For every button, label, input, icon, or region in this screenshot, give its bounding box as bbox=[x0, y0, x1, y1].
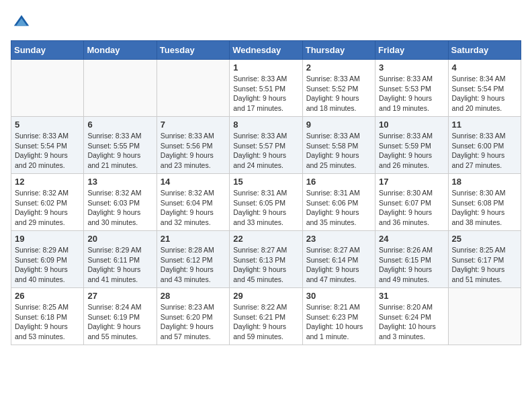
calendar-cell: 18Sunrise: 8:30 AM Sunset: 6:08 PM Dayli… bbox=[448, 174, 521, 231]
day-info: Sunrise: 8:33 AM Sunset: 5:52 PM Dayligh… bbox=[306, 74, 371, 113]
calendar-cell bbox=[11, 60, 84, 117]
day-number: 19 bbox=[15, 234, 80, 244]
calendar-cell: 29Sunrise: 8:22 AM Sunset: 6:21 PM Dayli… bbox=[230, 288, 302, 345]
day-info: Sunrise: 8:33 AM Sunset: 6:00 PM Dayligh… bbox=[452, 131, 517, 171]
calendar-cell: 10Sunrise: 8:33 AM Sunset: 5:59 PM Dayli… bbox=[375, 117, 448, 174]
day-info: Sunrise: 8:33 AM Sunset: 5:53 PM Dayligh… bbox=[379, 74, 444, 113]
calendar-cell: 28Sunrise: 8:23 AM Sunset: 6:20 PM Dayli… bbox=[157, 288, 229, 345]
week-row-5: 26Sunrise: 8:25 AM Sunset: 6:18 PM Dayli… bbox=[11, 288, 521, 345]
calendar-cell: 14Sunrise: 8:32 AM Sunset: 6:04 PM Dayli… bbox=[157, 174, 229, 231]
calendar-cell: 27Sunrise: 8:24 AM Sunset: 6:19 PM Dayli… bbox=[84, 288, 157, 345]
day-number: 29 bbox=[233, 291, 298, 301]
calendar-cell: 25Sunrise: 8:25 AM Sunset: 6:17 PM Dayli… bbox=[448, 231, 521, 288]
day-number: 30 bbox=[306, 291, 371, 301]
calendar-cell: 31Sunrise: 8:20 AM Sunset: 6:24 PM Dayli… bbox=[375, 288, 448, 345]
calendar-cell: 9Sunrise: 8:33 AM Sunset: 5:58 PM Daylig… bbox=[302, 117, 375, 174]
day-info: Sunrise: 8:23 AM Sunset: 6:20 PM Dayligh… bbox=[161, 302, 226, 342]
day-header-sunday: Sunday bbox=[11, 41, 84, 60]
day-info: Sunrise: 8:29 AM Sunset: 6:11 PM Dayligh… bbox=[87, 245, 152, 285]
day-info: Sunrise: 8:30 AM Sunset: 6:08 PM Dayligh… bbox=[452, 188, 517, 228]
day-number: 11 bbox=[452, 120, 517, 130]
day-info: Sunrise: 8:26 AM Sunset: 6:15 PM Dayligh… bbox=[379, 245, 444, 285]
calendar-cell: 15Sunrise: 8:31 AM Sunset: 6:05 PM Dayli… bbox=[230, 174, 302, 231]
day-info: Sunrise: 8:31 AM Sunset: 6:05 PM Dayligh… bbox=[233, 188, 298, 228]
calendar-cell: 5Sunrise: 8:33 AM Sunset: 5:54 PM Daylig… bbox=[11, 117, 84, 174]
day-info: Sunrise: 8:33 AM Sunset: 5:54 PM Dayligh… bbox=[15, 131, 80, 171]
calendar-cell bbox=[84, 60, 157, 117]
calendar-cell: 16Sunrise: 8:31 AM Sunset: 6:06 PM Dayli… bbox=[302, 174, 375, 231]
day-info: Sunrise: 8:32 AM Sunset: 6:02 PM Dayligh… bbox=[15, 188, 80, 228]
calendar-cell bbox=[448, 288, 521, 345]
day-number: 14 bbox=[161, 177, 226, 187]
calendar-cell: 4Sunrise: 8:34 AM Sunset: 5:54 PM Daylig… bbox=[448, 60, 521, 117]
day-number: 15 bbox=[233, 177, 298, 187]
week-row-3: 12Sunrise: 8:32 AM Sunset: 6:02 PM Dayli… bbox=[11, 174, 521, 231]
day-info: Sunrise: 8:33 AM Sunset: 5:57 PM Dayligh… bbox=[233, 131, 298, 171]
day-info: Sunrise: 8:25 AM Sunset: 6:17 PM Dayligh… bbox=[452, 245, 517, 285]
week-row-1: 1Sunrise: 8:33 AM Sunset: 5:51 PM Daylig… bbox=[11, 60, 521, 117]
day-info: Sunrise: 8:33 AM Sunset: 5:59 PM Dayligh… bbox=[379, 131, 444, 171]
day-number: 20 bbox=[87, 234, 152, 244]
header bbox=[11, 11, 521, 32]
day-number: 18 bbox=[452, 177, 517, 187]
logo-icon bbox=[11, 11, 32, 32]
day-number: 10 bbox=[379, 120, 444, 130]
calendar-cell: 22Sunrise: 8:27 AM Sunset: 6:13 PM Dayli… bbox=[230, 231, 302, 288]
day-number: 9 bbox=[306, 120, 371, 130]
day-number: 6 bbox=[87, 120, 152, 130]
day-number: 4 bbox=[452, 62, 517, 73]
calendar: SundayMondayTuesdayWednesdayThursdayFrid… bbox=[11, 40, 521, 345]
day-info: Sunrise: 8:25 AM Sunset: 6:18 PM Dayligh… bbox=[15, 302, 80, 342]
calendar-cell: 13Sunrise: 8:32 AM Sunset: 6:03 PM Dayli… bbox=[84, 174, 157, 231]
day-header-tuesday: Tuesday bbox=[157, 41, 229, 60]
day-number: 26 bbox=[15, 291, 80, 301]
calendar-cell: 17Sunrise: 8:30 AM Sunset: 6:07 PM Dayli… bbox=[375, 174, 448, 231]
calendar-cell: 20Sunrise: 8:29 AM Sunset: 6:11 PM Dayli… bbox=[84, 231, 157, 288]
day-number: 2 bbox=[306, 62, 371, 73]
day-header-wednesday: Wednesday bbox=[230, 41, 302, 60]
day-header-saturday: Saturday bbox=[448, 41, 521, 60]
day-number: 24 bbox=[379, 234, 444, 244]
day-info: Sunrise: 8:31 AM Sunset: 6:06 PM Dayligh… bbox=[306, 188, 371, 228]
day-info: Sunrise: 8:29 AM Sunset: 6:09 PM Dayligh… bbox=[15, 245, 80, 285]
day-info: Sunrise: 8:27 AM Sunset: 6:13 PM Dayligh… bbox=[233, 245, 298, 285]
calendar-cell: 6Sunrise: 8:33 AM Sunset: 5:55 PM Daylig… bbox=[84, 117, 157, 174]
day-number: 23 bbox=[306, 234, 371, 244]
day-info: Sunrise: 8:20 AM Sunset: 6:24 PM Dayligh… bbox=[379, 302, 444, 342]
day-info: Sunrise: 8:28 AM Sunset: 6:12 PM Dayligh… bbox=[161, 245, 226, 285]
day-info: Sunrise: 8:32 AM Sunset: 6:03 PM Dayligh… bbox=[87, 188, 152, 228]
week-row-2: 5Sunrise: 8:33 AM Sunset: 5:54 PM Daylig… bbox=[11, 117, 521, 174]
calendar-cell: 8Sunrise: 8:33 AM Sunset: 5:57 PM Daylig… bbox=[230, 117, 302, 174]
page: SundayMondayTuesdayWednesdayThursdayFrid… bbox=[0, 0, 532, 356]
day-number: 16 bbox=[306, 177, 371, 187]
day-number: 25 bbox=[452, 234, 517, 244]
calendar-cell: 19Sunrise: 8:29 AM Sunset: 6:09 PM Dayli… bbox=[11, 231, 84, 288]
day-number: 21 bbox=[161, 234, 226, 244]
day-header-monday: Monday bbox=[84, 41, 157, 60]
day-info: Sunrise: 8:30 AM Sunset: 6:07 PM Dayligh… bbox=[379, 188, 444, 228]
day-number: 1 bbox=[233, 62, 298, 73]
day-number: 28 bbox=[161, 291, 226, 301]
day-info: Sunrise: 8:33 AM Sunset: 5:58 PM Dayligh… bbox=[306, 131, 371, 171]
day-number: 31 bbox=[379, 291, 444, 301]
day-info: Sunrise: 8:27 AM Sunset: 6:14 PM Dayligh… bbox=[306, 245, 371, 285]
day-number: 27 bbox=[87, 291, 152, 301]
week-row-4: 19Sunrise: 8:29 AM Sunset: 6:09 PM Dayli… bbox=[11, 231, 521, 288]
day-number: 12 bbox=[15, 177, 80, 187]
calendar-cell: 2Sunrise: 8:33 AM Sunset: 5:52 PM Daylig… bbox=[302, 60, 375, 117]
day-number: 8 bbox=[233, 120, 298, 130]
day-number: 17 bbox=[379, 177, 444, 187]
day-number: 13 bbox=[87, 177, 152, 187]
day-header-friday: Friday bbox=[375, 41, 448, 60]
day-header-thursday: Thursday bbox=[302, 41, 375, 60]
day-number: 3 bbox=[379, 62, 444, 73]
day-info: Sunrise: 8:21 AM Sunset: 6:23 PM Dayligh… bbox=[306, 302, 371, 342]
calendar-cell: 24Sunrise: 8:26 AM Sunset: 6:15 PM Dayli… bbox=[375, 231, 448, 288]
calendar-cell: 12Sunrise: 8:32 AM Sunset: 6:02 PM Dayli… bbox=[11, 174, 84, 231]
day-info: Sunrise: 8:33 AM Sunset: 5:55 PM Dayligh… bbox=[87, 131, 152, 171]
day-number: 7 bbox=[161, 120, 226, 130]
calendar-cell: 26Sunrise: 8:25 AM Sunset: 6:18 PM Dayli… bbox=[11, 288, 84, 345]
day-info: Sunrise: 8:32 AM Sunset: 6:04 PM Dayligh… bbox=[161, 188, 226, 228]
calendar-cell: 23Sunrise: 8:27 AM Sunset: 6:14 PM Dayli… bbox=[302, 231, 375, 288]
calendar-cell: 7Sunrise: 8:33 AM Sunset: 5:56 PM Daylig… bbox=[157, 117, 229, 174]
